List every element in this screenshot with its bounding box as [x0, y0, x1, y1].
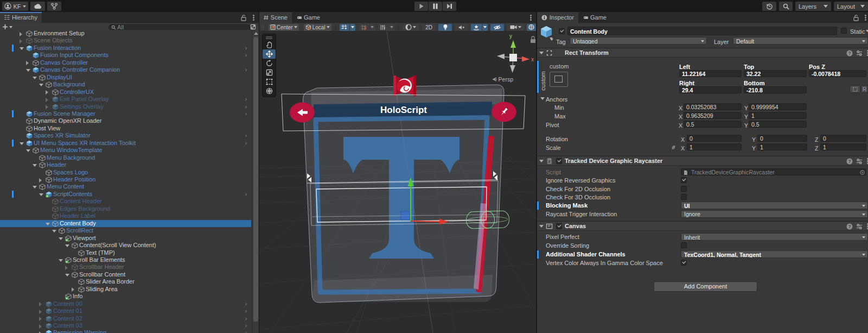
expand-arrow-icon[interactable] — [20, 39, 22, 43]
raycaster-header[interactable]: # Tracked Device Graphic Raycaster ? — [537, 156, 868, 166]
hierarchy-row-permission-warning[interactable]: Permission Warning› — [0, 329, 251, 333]
rect-tool-button[interactable] — [263, 77, 276, 86]
scale-tool-button[interactable] — [263, 68, 276, 77]
prefab-open-chevron[interactable]: › — [245, 330, 247, 333]
hierarchy-row-scroll-bar-elements[interactable]: Scroll Bar Elements — [0, 256, 251, 263]
help-icon[interactable]: ? — [846, 223, 853, 230]
bottom-field[interactable]: -210.8 — [744, 86, 807, 93]
raycaster-enabled-checkbox[interactable] — [556, 158, 562, 164]
prefab-open-chevron[interactable]: › — [245, 133, 247, 139]
canvas-header[interactable]: Canvas ? — [537, 221, 868, 231]
hierarchy-search-input[interactable]: All — [108, 24, 251, 30]
right-field[interactable]: 29.4 — [679, 86, 742, 93]
scene-camera-dropdown[interactable] — [507, 24, 524, 31]
object-picker-icon[interactable] — [860, 170, 865, 175]
hierarchy-row-content-body[interactable]: Content Body — [0, 220, 251, 227]
hierarchy-row-exit-panel-overlay[interactable]: Exit Panel Overlay› — [0, 96, 251, 103]
tab-inspector-game[interactable]: Game — [579, 12, 611, 23]
gizmo-down-cone[interactable] — [510, 65, 515, 73]
collapse-arrow-icon[interactable] — [33, 77, 37, 79]
hierarchy-row-fusion-scene-manager[interactable]: Fusion Scene Manager› — [0, 110, 251, 117]
gizmo-left-cone[interactable] — [497, 54, 505, 59]
expand-arrow-icon[interactable] — [39, 178, 42, 183]
anchor-preset-widget[interactable] — [550, 72, 568, 87]
min-y-field[interactable]: 0.9999954 — [749, 103, 807, 110]
view-tool-button[interactable] — [263, 40, 276, 49]
hierarchy-row-content-scroll-view-content-[interactable]: Content(Scroll View Content) — [0, 242, 251, 249]
tool-orientation-dropdown[interactable]: Local — [304, 24, 331, 31]
hierarchy-row-content-00[interactable]: Content 00› — [0, 300, 251, 307]
row-dropdown[interactable]: TexCoord1, Normal, Tangent — [681, 250, 868, 258]
scale-link-icon[interactable] — [671, 144, 676, 150]
hierarchy-row-ui-menu-spaces-xr-interaction-toolkit[interactable]: UI Menu Spaces XR Interaction Toolkit› — [0, 140, 251, 147]
hierarchy-row-settings-overlay[interactable]: Settings Overlay› — [0, 103, 251, 110]
hierarchy-row-viewport[interactable]: Viewport — [0, 235, 251, 242]
scene-menu-icon[interactable] — [530, 15, 532, 21]
hierarchy-menu-icon[interactable] — [253, 15, 255, 21]
help-icon[interactable]: ? — [846, 50, 853, 56]
hierarchy-row-menu-background[interactable]: Menu Background — [0, 154, 251, 161]
add-component-button[interactable]: Add Component — [654, 281, 757, 292]
gizmo-center-cube[interactable] — [509, 54, 517, 61]
row-object-field[interactable]: TrackedDeviceGraphicRaycaster — [681, 168, 866, 175]
gameobject-name-field[interactable]: Content Body — [567, 27, 837, 35]
hierarchy-row-fusion-interaction[interactable]: Fusion Interaction› — [0, 45, 251, 52]
hierarchy-row-spaces-xr-simulator[interactable]: Spaces XR Simulator› — [0, 132, 251, 139]
collapse-arrow-icon[interactable] — [59, 259, 63, 262]
tool-pivot-dropdown[interactable]: Center — [269, 24, 299, 31]
layout-dropdown[interactable]: Layout — [834, 2, 868, 11]
search-button[interactable] — [779, 2, 793, 11]
row-checkbox[interactable] — [681, 194, 687, 200]
hierarchy-row-displayui[interactable]: DisplayUI — [0, 74, 251, 81]
hierarchy-row-sliding-area[interactable]: Sliding Area — [0, 286, 251, 293]
prefab-open-chevron[interactable]: › — [245, 323, 247, 329]
hierarchy-row-controllerux[interactable]: ControllerUX — [0, 89, 251, 96]
row-dropdown[interactable]: UI — [681, 202, 868, 209]
effects-caret[interactable] — [482, 24, 488, 31]
grid-visibility-caret[interactable] — [389, 24, 395, 31]
scene-lighting-toggle[interactable] — [438, 24, 452, 31]
component-gizmo-button[interactable] — [527, 24, 536, 31]
hierarchy-row-content-03[interactable]: Content 03› — [0, 322, 251, 329]
row-dropdown[interactable]: Inherit — [681, 233, 868, 241]
hierarchy-row-header[interactable]: Header — [0, 161, 251, 168]
presets-icon[interactable] — [856, 50, 863, 56]
prefab-open-chevron[interactable]: › — [245, 53, 247, 58]
scene-audio-toggle[interactable] — [455, 24, 468, 31]
hierarchy-row-scrollrect[interactable]: ScrollRect — [0, 227, 251, 234]
hierarchy-row-scrollbar-header[interactable]: Scrollbar Header — [0, 263, 251, 271]
hierarchy-row-canvas-controller-companion[interactable]: Canvas Controller Companion› — [0, 66, 251, 73]
gizmo-lock-icon[interactable] — [531, 36, 535, 43]
prefab-open-chevron[interactable]: › — [245, 301, 247, 307]
collapse-arrow-icon[interactable] — [39, 84, 43, 86]
presets-icon[interactable] — [856, 158, 863, 165]
layers-dropdown[interactable]: Layers — [795, 2, 831, 11]
hierarchy-row-scriptcontents[interactable]: ScriptContents› — [0, 191, 251, 198]
expand-arrow-icon[interactable] — [46, 105, 48, 109]
hierarchy-row-menu-windowtemplate[interactable]: Menu WindowTemplate — [0, 147, 251, 154]
version-control-button[interactable] — [47, 2, 61, 11]
row-dropdown[interactable]: Ignore — [681, 210, 868, 218]
max-x-field[interactable]: 0.9635209 — [684, 112, 742, 119]
collapse-arrow-icon[interactable] — [20, 47, 24, 50]
tag-dropdown[interactable]: Untagged — [570, 37, 707, 45]
prefab-open-chevron[interactable]: › — [245, 111, 247, 117]
collapse-arrow-icon[interactable] — [59, 237, 63, 240]
expand-arrow-icon[interactable] — [26, 61, 29, 65]
expand-arrow-icon[interactable] — [65, 266, 68, 270]
hierarchy-row-background[interactable]: Background — [0, 81, 251, 88]
step-button[interactable] — [443, 2, 456, 11]
tab-inspector[interactable]: Inspector — [537, 12, 578, 23]
gizmo-x-cone[interactable] — [522, 56, 529, 62]
anchors-foldout-icon[interactable] — [540, 97, 545, 100]
increment-snap-caret[interactable] — [369, 24, 375, 31]
prefab-open-chevron[interactable]: › — [245, 46, 247, 51]
undo-history-button[interactable] — [762, 2, 776, 11]
inspector-lock-icon[interactable] — [853, 14, 859, 21]
gizmo-y-cone[interactable] — [510, 40, 516, 48]
rect-transform-header[interactable]: Rect Transform ? — [537, 48, 868, 58]
move-tool-button[interactable] — [263, 49, 276, 59]
min-x-field[interactable]: 0.03252083 — [684, 103, 742, 110]
pivot-x-field[interactable]: 0.5 — [684, 121, 742, 128]
gameobject-active-checkbox[interactable] — [559, 28, 565, 34]
